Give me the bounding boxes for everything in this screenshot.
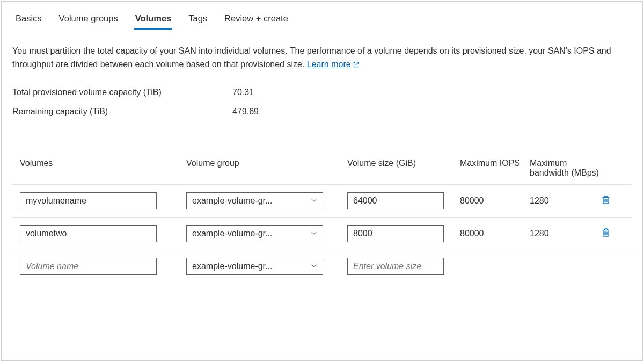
trash-icon — [601, 194, 611, 207]
total-capacity-label: Total provisioned volume capacity (TiB) — [12, 88, 232, 97]
delete-row-button[interactable] — [599, 193, 612, 208]
col-max-bandwidth: Maximum bandwidth (MBps) — [530, 158, 599, 178]
col-volumes: Volumes — [20, 158, 186, 168]
tab-bar: Basics Volume groups Volumes Tags Review… — [12, 8, 632, 30]
remaining-capacity-value: 479.69 — [232, 107, 259, 117]
max-bandwidth-value: 1280 — [530, 196, 599, 206]
volume-group-select[interactable]: example-volume-gr... — [186, 225, 323, 242]
col-max-iops: Maximum IOPS — [460, 158, 530, 168]
volume-size-input[interactable] — [347, 258, 444, 275]
max-iops-value: 80000 — [460, 196, 530, 206]
table-row: example-volume-gr... 80000 1280 — [12, 218, 632, 250]
trash-icon — [601, 227, 611, 240]
tab-review-create[interactable]: Review + create — [223, 11, 289, 30]
volume-group-select[interactable]: example-volume-gr... — [186, 192, 323, 209]
external-link-icon — [353, 59, 360, 73]
max-bandwidth-value: 1280 — [530, 229, 599, 238]
tab-volume-groups[interactable]: Volume groups — [58, 11, 119, 30]
tab-basics[interactable]: Basics — [14, 11, 43, 30]
volume-name-input[interactable] — [20, 258, 157, 275]
volumes-table: Volumes Volume group Volume size (GiB) M… — [12, 154, 632, 283]
table-row-new: example-volume-gr... — [12, 250, 632, 283]
total-capacity-value: 70.31 — [232, 88, 254, 97]
learn-more-link[interactable]: Learn more — [307, 60, 360, 69]
volume-size-input[interactable] — [347, 192, 444, 209]
col-volume-size: Volume size (GiB) — [347, 158, 460, 168]
col-volume-group: Volume group — [186, 158, 347, 168]
delete-row-button[interactable] — [599, 226, 612, 241]
volume-group-select[interactable]: example-volume-gr... — [186, 258, 323, 275]
table-row: example-volume-gr... 80000 1280 — [12, 185, 632, 218]
capacity-stats: Total provisioned volume capacity (TiB) … — [12, 88, 632, 117]
volume-name-input[interactable] — [20, 225, 157, 242]
tab-tags[interactable]: Tags — [187, 11, 208, 30]
volume-size-input[interactable] — [347, 225, 444, 242]
volume-name-input[interactable] — [20, 192, 157, 209]
remaining-capacity-label: Remaining capacity (TiB) — [12, 107, 232, 117]
description-text: You must partition the total capacity of… — [12, 45, 624, 73]
tab-volumes[interactable]: Volumes — [134, 11, 173, 30]
max-iops-value: 80000 — [460, 229, 530, 238]
table-header: Volumes Volume group Volume size (GiB) M… — [12, 154, 632, 185]
